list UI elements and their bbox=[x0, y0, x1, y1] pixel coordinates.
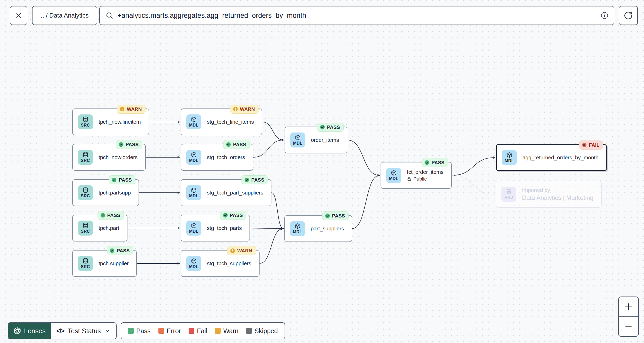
check-circle-icon bbox=[226, 142, 231, 147]
node-label: stg_tpch_suppliers bbox=[207, 260, 251, 267]
node-text: stg_tpch_orders bbox=[207, 154, 245, 160]
graph-node-stg_tpch_line_items[interactable]: WARNMDLstg_tpch_line_items bbox=[181, 108, 262, 135]
search-input[interactable] bbox=[117, 11, 597, 20]
node-sublabel: Data Analytics | Marketing bbox=[522, 194, 593, 201]
graph-node-imported_by_project[interactable]: PRJImported byData Analytics | Marketing bbox=[496, 181, 602, 208]
node-type-label: MDL bbox=[189, 194, 198, 198]
database-icon bbox=[82, 187, 89, 193]
lineage-edges-canvas bbox=[0, 0, 644, 343]
test-status-badge-warn: WARN bbox=[227, 246, 256, 255]
cube-icon bbox=[191, 222, 197, 229]
check-circle-icon bbox=[223, 213, 228, 218]
node-type-chip-mdl: MDL bbox=[186, 150, 201, 165]
node-type-label: MDL bbox=[293, 230, 302, 234]
breadcrumb[interactable]: .. / Data Analytics bbox=[32, 6, 97, 25]
close-icon bbox=[15, 12, 22, 19]
node-type-label: MDL bbox=[189, 123, 198, 128]
node-text: tpch_now.lineitem bbox=[99, 119, 141, 125]
node-type-chip-mdl: MDL bbox=[186, 185, 201, 200]
graph-node-tpch_now_lineitem[interactable]: WARNSRCtpch_now.lineitem bbox=[72, 108, 149, 135]
graph-node-tpch_supplier[interactable]: PASSSRCtpch.supplier bbox=[72, 250, 137, 277]
cube-icon bbox=[506, 152, 513, 158]
cube-icon bbox=[191, 258, 197, 264]
graph-node-stg_tpch_parts[interactable]: PASSMDLstg_tpch_parts bbox=[181, 215, 250, 241]
badge-label: FAIL bbox=[589, 142, 599, 148]
badge-label: PASS bbox=[251, 177, 264, 183]
graph-node-fct_order_items[interactable]: PASSMDLfct_order_itemsPublic bbox=[381, 162, 452, 189]
test-status-badge-pass: PASS bbox=[223, 140, 249, 149]
lenses-button[interactable]: Lenses bbox=[8, 323, 51, 339]
zoom-in-button[interactable] bbox=[619, 297, 638, 317]
zoom-controls bbox=[618, 297, 639, 337]
node-type-chip-prj: PRJ bbox=[501, 187, 516, 202]
node-label: stg_tpch_orders bbox=[207, 154, 245, 160]
cube-icon bbox=[191, 152, 197, 158]
lens-control-group: Lenses </> Test Status bbox=[8, 322, 117, 339]
node-type-chip-src: SRC bbox=[78, 185, 93, 200]
node-type-chip-src: SRC bbox=[78, 150, 93, 165]
node-text: tpch.partsupp bbox=[99, 190, 131, 196]
lens-selector-dropdown[interactable]: </> Test Status bbox=[51, 323, 116, 339]
legend-swatch bbox=[158, 328, 164, 334]
test-status-badge-fail: FAIL bbox=[579, 141, 603, 150]
legend-swatch bbox=[215, 328, 221, 334]
node-text: stg_tpch_part_suppliers bbox=[207, 190, 263, 196]
graph-node-tpch_partsupp[interactable]: PASSSRCtpch.partsupp bbox=[72, 179, 139, 206]
edge-fct_order_items-to-agg_returned_orders_by_month bbox=[452, 158, 495, 175]
node-type-label: SRC bbox=[81, 264, 90, 269]
node-label: stg_tpch_line_items bbox=[207, 119, 254, 125]
lineage-page: .. / Data Analytics WARNSRCtpch_now.line… bbox=[0, 0, 644, 343]
legend-swatch bbox=[128, 328, 134, 334]
plus-icon bbox=[624, 302, 633, 311]
close-button[interactable] bbox=[10, 6, 27, 25]
badge-label: PASS bbox=[431, 160, 444, 166]
node-text: tpch.part bbox=[99, 225, 119, 231]
graph-node-stg_tpch_part_suppliers[interactable]: PASSMDLstg_tpch_part_suppliers bbox=[181, 179, 271, 206]
search-icon bbox=[106, 12, 113, 19]
badge-label: PASS bbox=[332, 213, 345, 219]
cube-icon bbox=[191, 187, 197, 193]
node-text: agg_returned_orders_by_month bbox=[522, 154, 598, 161]
info-icon[interactable] bbox=[600, 11, 609, 20]
legend-label: Warn bbox=[223, 327, 238, 335]
code-icon: </> bbox=[57, 328, 64, 334]
edge-order_items-to-fct_order_items bbox=[347, 140, 380, 175]
node-type-chip-mdl: MDL bbox=[290, 132, 305, 147]
zoom-out-button[interactable] bbox=[619, 317, 638, 336]
node-type-label: MDL bbox=[189, 264, 198, 269]
node-label: stg_tpch_parts bbox=[207, 225, 242, 231]
node-label: fct_order_items bbox=[407, 169, 444, 175]
badge-label: PASS bbox=[126, 142, 139, 147]
test-status-badge-pass: PASS bbox=[422, 158, 448, 167]
graph-node-stg_tpch_orders[interactable]: PASSMDLstg_tpch_orders bbox=[181, 144, 253, 171]
refresh-button[interactable] bbox=[619, 6, 638, 25]
node-label: agg_returned_orders_by_month bbox=[522, 154, 598, 161]
graph-node-part_suppliers[interactable]: PASSMDLpart_suppliers bbox=[284, 215, 352, 242]
node-type-label: PRJ bbox=[505, 195, 513, 200]
node-type-chip-mdl: MDL bbox=[186, 114, 201, 129]
graph-node-stg_tpch_suppliers[interactable]: WARNMDLstg_tpch_suppliers bbox=[181, 250, 260, 277]
test-status-legend: PassErrorFailWarnSkipped bbox=[121, 322, 285, 339]
unlock-icon bbox=[407, 177, 412, 181]
aperture-icon bbox=[13, 327, 21, 335]
graph-node-tpch_part[interactable]: PASSSRCtpch.part bbox=[72, 215, 127, 241]
edge-fct_order_items-to-imported_by_project bbox=[452, 175, 495, 194]
node-text: tpch_now.orders bbox=[99, 154, 138, 160]
lenses-label: Lenses bbox=[24, 327, 46, 335]
graph-node-agg_returned_orders_by_month[interactable]: FAILMDLagg_returned_orders_by_month bbox=[496, 144, 607, 171]
graph-node-order_items[interactable]: PASSMDLorder_items bbox=[285, 127, 347, 153]
node-type-chip-mdl: MDL bbox=[290, 221, 305, 236]
node-type-chip-mdl: MDL bbox=[186, 221, 201, 236]
badge-label: PASS bbox=[117, 248, 130, 254]
exclamation-circle-icon bbox=[119, 106, 125, 112]
node-label: Imported by bbox=[522, 187, 593, 193]
legend-swatch bbox=[246, 328, 252, 334]
badge-label: WARN bbox=[127, 106, 142, 112]
legend-swatch bbox=[189, 328, 194, 334]
legend-item-skipped: Skipped bbox=[246, 327, 278, 335]
edge-stg_tpch_parts-to-part_suppliers bbox=[250, 228, 283, 229]
graph-node-tpch_now_orders[interactable]: PASSSRCtpch_now.orders bbox=[72, 144, 146, 171]
badge-label: PASS bbox=[327, 124, 340, 130]
database-icon bbox=[82, 116, 89, 123]
edge-stg_tpch_part_suppliers-to-part_suppliers bbox=[271, 193, 283, 229]
